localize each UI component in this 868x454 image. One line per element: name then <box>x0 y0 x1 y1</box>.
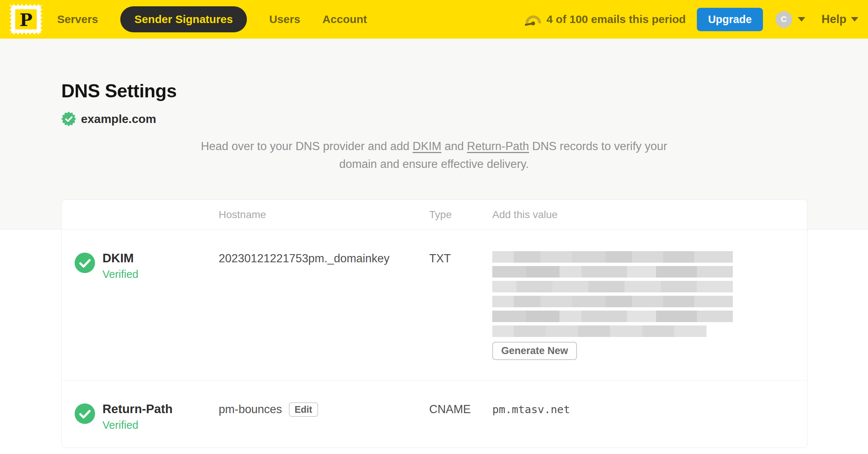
return-path-value-cell: pm.mtasv.net <box>492 402 807 431</box>
gauge-icon <box>525 13 541 26</box>
dkim-link[interactable]: DKIM <box>412 140 441 153</box>
generate-new-button[interactable]: Generate New <box>492 342 577 360</box>
return-path-status-cell: Return-Path Verified <box>62 402 219 431</box>
top-navbar: P Servers Sender Signatures Users Accoun… <box>0 0 868 39</box>
cname-value: pm.mtasv.net <box>492 403 570 416</box>
primary-nav: Servers Sender Signatures Users Account <box>57 6 367 32</box>
dkim-status-cell: DKIM Verified <box>62 251 219 360</box>
table-header: Hostname Type Add this value <box>62 200 807 230</box>
description-text: and <box>441 140 467 153</box>
edit-button[interactable]: Edit <box>289 402 318 417</box>
redacted-value-bar <box>492 281 733 292</box>
dkim-hostname: 20230121221753pm._domainkey <box>219 251 429 360</box>
header-add-this-value: Add this value <box>492 209 807 221</box>
header-type: Type <box>429 209 492 221</box>
header-hostname: Hostname <box>219 209 429 221</box>
hostname-value: pm-bounces <box>219 402 282 417</box>
record-name: Return-Path <box>102 402 173 416</box>
avatar[interactable]: C <box>776 11 792 28</box>
return-path-type: CNAME <box>429 402 492 431</box>
domain-row: example.com <box>61 111 868 126</box>
navbar-right: 4 of 100 emails this period Upgrade C He… <box>525 8 858 31</box>
return-path-hostname: pm-bounces Edit <box>219 402 429 431</box>
logo-letter: P <box>20 10 33 30</box>
redacted-value-bar <box>492 251 733 263</box>
dkim-type: TXT <box>429 251 492 360</box>
dkim-value-cell: Generate New <box>492 251 807 360</box>
page-description: Head over to your DNS provider and add D… <box>198 137 670 173</box>
usage-counter: 4 of 100 emails this period <box>546 13 686 26</box>
chevron-down-icon <box>851 17 858 22</box>
nav-item-account[interactable]: Account <box>323 13 367 26</box>
check-circle-icon <box>75 403 95 424</box>
nav-item-users[interactable]: Users <box>269 13 300 26</box>
status-badge: Verified <box>102 419 173 431</box>
redacted-value-bar <box>492 325 707 337</box>
nav-item-sender-signatures[interactable]: Sender Signatures <box>120 6 247 32</box>
account-menu[interactable]: C <box>776 11 805 28</box>
seal-check-icon <box>61 111 76 126</box>
hostname-value: 20230121221753pm._domainkey <box>219 251 389 266</box>
table-row-return-path: Return-Path Verified pm-bounces Edit CNA… <box>62 380 807 448</box>
help-menu[interactable]: Help <box>822 13 858 26</box>
table-row-dkim: DKIM Verified 20230121221753pm._domainke… <box>62 230 807 380</box>
upgrade-button[interactable]: Upgrade <box>697 8 763 31</box>
redacted-value-bar <box>492 311 733 322</box>
record-name: DKIM <box>102 251 138 265</box>
postmark-stamp-icon[interactable]: P <box>10 4 42 35</box>
status-badge: Verified <box>102 268 138 280</box>
chevron-down-icon <box>798 17 805 22</box>
description-text: Head over to your DNS provider and add <box>201 140 412 153</box>
dns-records-card: Hostname Type Add this value DKIM Verifi… <box>61 200 807 448</box>
main-area: DNS Settings example.com Head over to yo… <box>0 39 868 454</box>
return-path-link[interactable]: Return-Path <box>467 140 529 153</box>
page-title: DNS Settings <box>0 39 868 102</box>
nav-item-servers[interactable]: Servers <box>57 13 98 26</box>
redacted-value-bar <box>492 266 733 278</box>
domain-name: example.com <box>81 112 156 126</box>
help-label: Help <box>822 13 846 26</box>
check-circle-icon <box>75 253 95 273</box>
redacted-value-bar <box>492 296 733 307</box>
